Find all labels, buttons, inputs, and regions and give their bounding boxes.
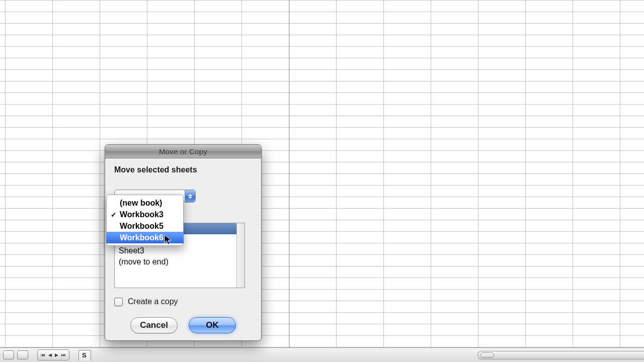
nav-last-icon[interactable]: ⏭ bbox=[61, 353, 66, 357]
list-item[interactable]: Sheet3 bbox=[115, 245, 245, 256]
page-layout-view-button[interactable] bbox=[17, 350, 28, 359]
nav-first-icon[interactable]: ⏮ bbox=[41, 353, 45, 357]
cancel-button[interactable]: Cancel bbox=[130, 317, 178, 333]
dropdown-item-workbook3[interactable]: Workbook3 bbox=[107, 209, 183, 220]
sheet-tab[interactable]: S bbox=[78, 350, 91, 360]
create-a-copy-label: Create a copy bbox=[128, 297, 178, 306]
dropdown-item-workbook5[interactable]: Workbook5 bbox=[107, 220, 183, 232]
normal-view-button[interactable] bbox=[3, 350, 14, 359]
horizontal-scrollbar[interactable] bbox=[477, 351, 644, 359]
create-a-copy-checkbox[interactable] bbox=[114, 298, 123, 306]
dialog-title: Move or Copy bbox=[105, 145, 261, 158]
list-item[interactable]: (move to end) bbox=[115, 256, 245, 267]
nav-next-icon[interactable]: ▶ bbox=[55, 353, 58, 357]
select-arrows-icon bbox=[185, 190, 195, 202]
nav-prev-icon[interactable]: ◀ bbox=[48, 353, 52, 357]
dropdown-item-workbook6[interactable]: Workbook6 bbox=[106, 232, 184, 243]
list-scrollbar[interactable] bbox=[236, 223, 245, 288]
to-book-dropdown-menu[interactable]: (new book) Workbook3 Workbook5 Workbook6 bbox=[106, 195, 184, 246]
column-divider bbox=[289, 0, 290, 362]
sheet-tab-bar: ⏮ ◀ ▶ ⏭ S bbox=[0, 347, 644, 362]
spreadsheet-grid bbox=[0, 0, 644, 362]
ok-button[interactable]: OK bbox=[189, 317, 236, 333]
dialog-button-row: Cancel OK bbox=[114, 317, 252, 333]
sheet-nav-cluster: ⏮ ◀ ▶ ⏭ bbox=[37, 349, 69, 360]
dropdown-item-new-book[interactable]: (new book) bbox=[107, 197, 183, 209]
create-a-copy-row: Create a copy bbox=[114, 297, 252, 306]
move-selected-sheets-label: Move selected sheets bbox=[114, 165, 252, 174]
